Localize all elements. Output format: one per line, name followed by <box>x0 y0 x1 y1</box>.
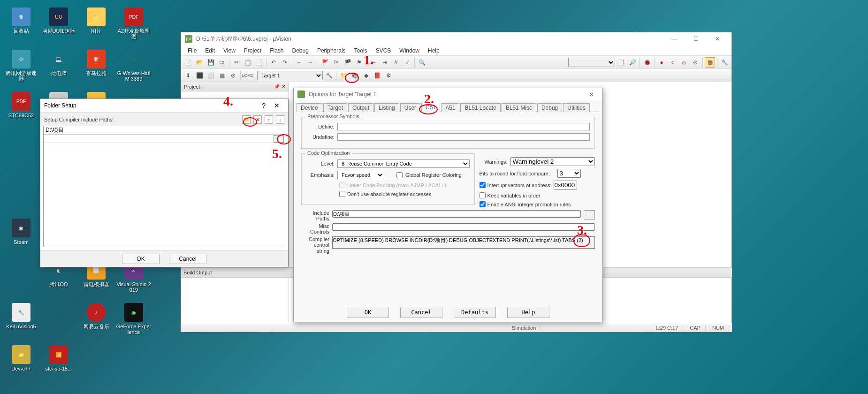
tab-a51[interactable]: A51 <box>441 103 459 112</box>
find-in-files-icon[interactable]: 📑 <box>616 57 626 68</box>
redo-icon[interactable]: ↷ <box>280 57 290 68</box>
help-icon[interactable]: ? <box>262 102 266 109</box>
int-vec-input[interactable] <box>554 181 577 189</box>
target-options-icon[interactable]: 🔨 <box>324 70 334 81</box>
menu-peripherals[interactable]: Peripherals <box>313 46 350 55</box>
keil[interactable]: 🔧Keil uVision5 <box>2 300 40 342</box>
find-combo[interactable] <box>568 58 615 67</box>
tab-user[interactable]: User <box>400 103 420 112</box>
menu-view[interactable]: View <box>220 46 239 55</box>
titlebar[interactable]: µV D:\51单片机程序\P6\6.uvproj - µVision — ☐ … <box>181 32 731 45</box>
multi-project-icon[interactable]: 📚 <box>350 70 360 81</box>
recycle-bin[interactable]: 🗑回收站 <box>2 5 40 47</box>
minimize-button[interactable]: — <box>664 33 685 45</box>
no-abs-reg-checkbox[interactable] <box>339 191 345 197</box>
cancel-button[interactable]: Cancel <box>169 254 206 264</box>
keep-vars-checkbox[interactable] <box>480 192 486 198</box>
build-icon[interactable]: ⬛ <box>194 70 205 81</box>
tab-bl51-misc[interactable]: BL51 Misc <box>502 103 536 112</box>
menu-project[interactable]: Project <box>240 46 265 55</box>
define-input[interactable] <box>337 123 590 130</box>
tab-output[interactable]: Output <box>348 103 373 112</box>
rebuild-icon[interactable]: ⬜ <box>206 70 216 81</box>
menu-debug[interactable]: Debug <box>289 46 312 55</box>
breakpoint-insert-icon[interactable]: ● <box>656 57 667 68</box>
nav-fwd-icon[interactable]: → <box>305 57 316 68</box>
cut-icon[interactable]: ✂ <box>231 57 242 68</box>
dev-cpp[interactable]: 📁Dev-c++ <box>2 342 40 385</box>
copy-icon[interactable]: 📋 <box>243 57 253 68</box>
menu-tools[interactable]: Tools <box>350 46 371 55</box>
close-button[interactable]: ✕ <box>707 33 728 45</box>
window-layout-icon[interactable]: ▦ <box>705 57 715 68</box>
include-paths-list[interactable]: … <box>43 126 285 247</box>
include-paths-input[interactable] <box>332 210 581 218</box>
target-select[interactable]: Target 1 <box>257 71 323 80</box>
ximalaya[interactable]: 听喜马拉雅 <box>77 47 115 89</box>
tencent-booster[interactable]: ⟳腾讯网游加速器 <box>2 47 40 89</box>
ok-button[interactable]: OK <box>122 254 160 264</box>
bookmark-prev-icon[interactable]: 🏳 <box>331 57 342 68</box>
int-vec-checkbox[interactable] <box>480 182 486 188</box>
menu-svcs[interactable]: SVCS <box>372 46 395 55</box>
manage-rte-icon[interactable]: ◆ <box>361 70 371 81</box>
this-pc[interactable]: 💻此电脑 <box>40 47 77 89</box>
debug-icon[interactable]: 🐞 <box>642 57 652 68</box>
defaults-button[interactable]: Defaults <box>454 307 496 318</box>
pdf-a2[interactable]: PDFA2开发板原理图 <box>115 5 152 47</box>
misc-controls-input[interactable] <box>332 223 595 231</box>
breakpoint-kill-icon[interactable]: ⊘ <box>690 57 700 68</box>
cancel-button[interactable]: Cancel <box>400 307 442 318</box>
bits-select[interactable]: 3 <box>557 169 581 178</box>
gwolves[interactable]: ㊙G-Wolves Hati M 3389 <box>115 47 152 89</box>
warnings-select[interactable]: Warninglevel 2 <box>510 157 595 166</box>
steam[interactable]: ◉Steam <box>2 216 40 258</box>
ok-button[interactable]: OK <box>347 307 389 318</box>
stc-isp[interactable]: 📶stc-isp-15... <box>40 342 77 385</box>
undefine-input[interactable] <box>337 133 590 141</box>
path-input-1[interactable] <box>44 136 274 142</box>
move-down-icon[interactable]: ↓ <box>276 115 284 124</box>
close-pane-icon[interactable]: ✕ <box>282 83 286 90</box>
incremental-find-icon[interactable]: 🔎 <box>627 57 638 68</box>
browse-include-icon[interactable]: … <box>584 210 595 220</box>
find-icon[interactable]: 🔍 <box>417 57 427 68</box>
maximize-button[interactable]: ☐ <box>685 33 706 45</box>
new-file-icon[interactable]: 📄 <box>183 57 193 68</box>
open-file-icon[interactable]: 📂 <box>194 57 205 68</box>
pdf-stc[interactable]: PDFSTC89C52 <box>2 89 40 131</box>
folder-setup-titlebar[interactable]: Folder Setup ? ✕ <box>40 99 288 112</box>
comment-icon[interactable]: // <box>391 57 401 68</box>
new-folder-icon[interactable]: 📁 <box>242 115 251 124</box>
bookmark-clear-icon[interactable]: ⚑ <box>354 57 364 68</box>
tab-bl51-locate[interactable]: BL51 Locate <box>460 103 500 112</box>
translate-icon[interactable]: ⬇ <box>183 70 193 81</box>
ansi-checkbox[interactable] <box>480 201 486 207</box>
close-icon[interactable]: ✕ <box>584 89 599 100</box>
paste-icon[interactable]: 📄 <box>254 57 264 68</box>
menu-file[interactable]: File <box>184 46 200 55</box>
breakpoint-enable-icon[interactable]: ○ <box>668 57 678 68</box>
menu-window[interactable]: Window <box>396 46 423 55</box>
stop-build-icon[interactable]: ⊘ <box>228 70 238 81</box>
menu-flash[interactable]: Flash <box>266 46 287 55</box>
batch-build-icon[interactable]: ▦ <box>217 70 227 81</box>
menu-edit[interactable]: Edit <box>201 46 219 55</box>
download-icon[interactable]: LOAD <box>243 70 253 81</box>
save-icon[interactable]: 💾 <box>206 57 216 68</box>
bookmark-icon[interactable]: 🚩 <box>320 57 330 68</box>
project-pane-header[interactable]: Project 📌 ✕ <box>181 82 289 91</box>
manage-project-icon[interactable]: 📁 <box>338 70 349 81</box>
close-icon[interactable]: ✕ <box>269 100 284 111</box>
configure-icon[interactable]: 🔧 <box>719 57 730 68</box>
nav-back-icon[interactable]: ← <box>294 57 305 68</box>
browse-path-icon[interactable]: … <box>274 135 284 143</box>
outdent-icon[interactable]: ⇥ <box>380 57 390 68</box>
tab-target[interactable]: Target <box>323 103 347 112</box>
netease-music[interactable]: ♪网易云音乐 <box>77 300 115 342</box>
uu-booster[interactable]: UU网易UU加速器 <box>40 5 77 47</box>
level-select[interactable]: 8: Reuse Common Entry Code <box>337 159 470 168</box>
delete-icon[interactable]: ✕ <box>253 115 262 124</box>
config-wizard-icon[interactable]: ⚙ <box>383 70 394 81</box>
pin-icon[interactable]: 📌 <box>274 84 280 89</box>
